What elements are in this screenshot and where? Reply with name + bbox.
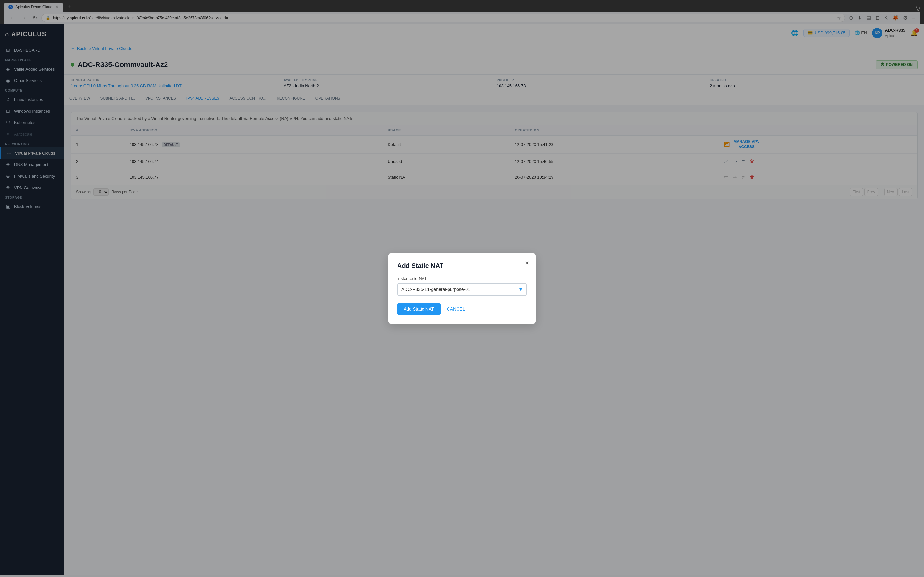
modal-field-label: Instance to NAT — [397, 276, 527, 281]
add-static-nat-button[interactable]: Add Static NAT — [397, 303, 441, 315]
instance-to-nat-select[interactable]: ADC-R335-11-general-purpose-01 — [397, 284, 527, 295]
add-static-nat-modal: Add Static NAT ✕ Instance to NAT ADC-R33… — [388, 253, 536, 324]
modal-overlay[interactable]: Add Static NAT ✕ Instance to NAT ADC-R33… — [0, 0, 924, 575]
modal-select-wrapper: ADC-R335-11-general-purpose-01 ▼ — [397, 284, 527, 295]
cancel-button[interactable]: CANCEL — [444, 303, 468, 315]
modal-title: Add Static NAT — [397, 262, 527, 269]
modal-close-button[interactable]: ✕ — [525, 259, 529, 267]
modal-actions: Add Static NAT CANCEL — [397, 303, 527, 315]
